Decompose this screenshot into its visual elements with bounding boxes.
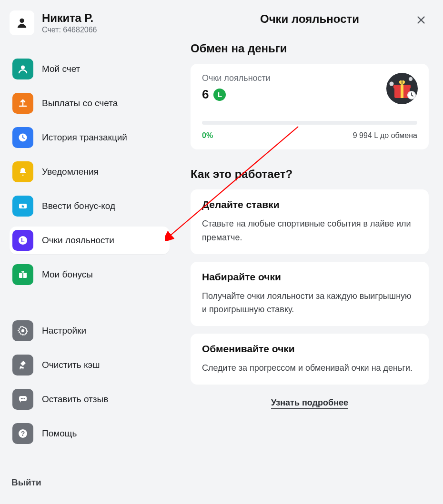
sidebar-item-label: Ввести бонус-код: [42, 201, 115, 211]
how-card: Набирайте очкиПолучайте очки лояльности …: [191, 262, 429, 326]
exchange-section-title: Обмен на деньги: [191, 42, 429, 55]
profile-block: Никита Р. Счет: 64682066: [10, 10, 170, 41]
sidebar-item-label: Оставить отзыв: [42, 394, 108, 405]
header: Очки лояльности: [191, 12, 429, 26]
how-card-title: Набирайте очки: [202, 271, 417, 283]
svg-point-10: [21, 329, 24, 332]
svg-point-1: [21, 66, 25, 69]
page-title: Очки лояльности: [260, 12, 359, 26]
how-card-text: Ставьте на любые спортивные события в ла…: [202, 217, 417, 245]
sidebar-item-label: Мои бонусы: [42, 269, 93, 280]
svg-rect-9: [22, 273, 23, 278]
svg-point-0: [20, 19, 24, 23]
svg-point-23: [390, 82, 394, 86]
help-icon: ?: [12, 423, 33, 444]
loyalty-badge-icon: L: [12, 230, 33, 251]
sidebar-item-upload[interactable]: Выплаты со счета: [10, 89, 170, 117]
sidebar-item-clock[interactable]: История транзакций: [10, 124, 170, 151]
sidebar-item-label: Уведомления: [42, 167, 99, 177]
svg-text:L: L: [21, 237, 24, 244]
gear-icon: [12, 320, 33, 341]
avatar: [10, 10, 34, 35]
points-card: Очки лояльности 6 L 0% 9 994 L до: [191, 64, 429, 149]
svg-text:?: ?: [21, 430, 25, 437]
profile-account: Счет: 64682066: [42, 26, 97, 34]
comment-icon: [12, 389, 33, 410]
nav-group-primary: Мой счетВыплаты со счетаИстория транзакц…: [10, 55, 170, 288]
progress-percent: 0%: [202, 131, 213, 140]
sidebar: Никита Р. Счет: 64682066 Мой счетВыплаты…: [0, 0, 176, 504]
logout-button[interactable]: Выйти: [10, 473, 170, 493]
gift-icon: [12, 264, 33, 285]
progress-remaining: 9 994 L до обмена: [353, 131, 417, 140]
svg-point-13: [22, 398, 23, 399]
clock-icon: [12, 127, 33, 148]
close-button[interactable]: [413, 12, 429, 28]
sidebar-item-label: Настройки: [42, 326, 86, 336]
close-icon: [416, 15, 426, 25]
account-icon: [12, 59, 33, 79]
ticket-icon: [12, 196, 33, 217]
how-card: Обменивайте очкиСледите за прогрессом и …: [191, 334, 429, 385]
nav-group-secondary: НастройкиОчистить кэшОставить отзыв?Помо…: [10, 317, 170, 447]
sidebar-item-help[interactable]: ?Помощь: [10, 420, 170, 447]
profile-name: Никита Р.: [42, 11, 97, 25]
sidebar-item-ticket[interactable]: Ввести бонус-код: [10, 192, 170, 220]
sidebar-item-account[interactable]: Мой счет: [10, 55, 170, 83]
points-value: 6: [202, 87, 209, 102]
sidebar-item-broom[interactable]: Очистить кэш: [10, 351, 170, 379]
sidebar-item-gift[interactable]: Мои бонусы: [10, 261, 170, 288]
how-card: Делайте ставкиСтавьте на любые спортивны…: [191, 189, 429, 254]
gift-illustration-icon: [386, 72, 418, 105]
learn-more-text[interactable]: Узнать подробнее: [271, 398, 348, 409]
sidebar-item-bell[interactable]: Уведомления: [10, 158, 170, 186]
upload-icon: [12, 93, 33, 114]
svg-point-14: [24, 398, 25, 399]
svg-point-12: [21, 398, 22, 399]
how-section-title: Как это работает?: [191, 168, 429, 181]
svg-rect-20: [401, 85, 403, 98]
points-label: Очки лояльности: [202, 73, 417, 83]
l-badge-icon: L: [213, 89, 226, 101]
sidebar-item-label: Очистить кэш: [42, 360, 100, 370]
how-card-text: Следите за прогрессом и обменивай очки н…: [202, 361, 417, 375]
sidebar-item-label: Очки лояльности: [42, 235, 114, 246]
progress-bar: [202, 121, 417, 125]
sidebar-item-label: Мой счет: [42, 64, 80, 74]
sidebar-item-label: Помощь: [42, 428, 77, 439]
sidebar-item-loyalty-badge[interactable]: LОчки лояльности: [10, 227, 170, 254]
how-cards: Делайте ставкиСтавьте на любые спортивны…: [191, 189, 429, 385]
svg-point-24: [409, 77, 413, 81]
sidebar-item-comment[interactable]: Оставить отзыв: [10, 385, 170, 413]
learn-more-link[interactable]: Узнать подробнее: [271, 398, 348, 408]
how-card-title: Делайте ставки: [202, 199, 417, 210]
person-icon: [15, 16, 29, 30]
bell-icon: [12, 161, 33, 182]
main-panel: Очки лояльности Обмен на деньги Очки лоя…: [176, 0, 443, 504]
sidebar-item-gear[interactable]: Настройки: [10, 317, 170, 345]
broom-icon: [12, 355, 33, 376]
sidebar-item-label: История транзакций: [42, 132, 127, 143]
how-card-text: Получайте очки лояльности за каждую выиг…: [202, 289, 417, 317]
sidebar-item-label: Выплаты со счета: [42, 98, 118, 109]
how-card-title: Обменивайте очки: [202, 343, 417, 355]
